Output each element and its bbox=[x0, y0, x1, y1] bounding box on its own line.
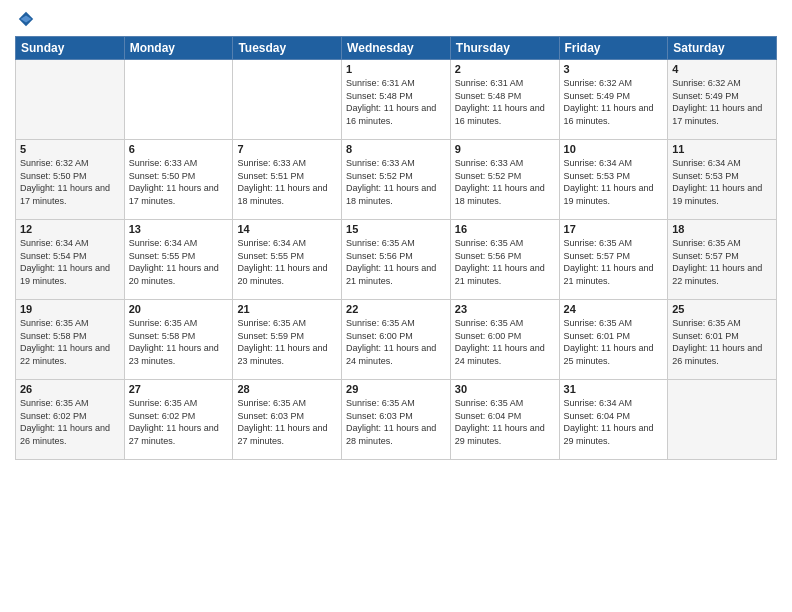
day-info: Sunrise: 6:32 AM Sunset: 5:50 PM Dayligh… bbox=[20, 157, 120, 207]
day-number: 8 bbox=[346, 143, 446, 155]
calendar-cell: 21Sunrise: 6:35 AM Sunset: 5:59 PM Dayli… bbox=[233, 300, 342, 380]
calendar-cell: 12Sunrise: 6:34 AM Sunset: 5:54 PM Dayli… bbox=[16, 220, 125, 300]
day-info: Sunrise: 6:35 AM Sunset: 5:59 PM Dayligh… bbox=[237, 317, 337, 367]
calendar-cell: 26Sunrise: 6:35 AM Sunset: 6:02 PM Dayli… bbox=[16, 380, 125, 460]
calendar-week-0: 1Sunrise: 6:31 AM Sunset: 5:48 PM Daylig… bbox=[16, 60, 777, 140]
day-info: Sunrise: 6:34 AM Sunset: 5:55 PM Dayligh… bbox=[237, 237, 337, 287]
day-info: Sunrise: 6:32 AM Sunset: 5:49 PM Dayligh… bbox=[672, 77, 772, 127]
day-info: Sunrise: 6:35 AM Sunset: 6:04 PM Dayligh… bbox=[455, 397, 555, 447]
day-info: Sunrise: 6:33 AM Sunset: 5:52 PM Dayligh… bbox=[346, 157, 446, 207]
calendar-cell: 24Sunrise: 6:35 AM Sunset: 6:01 PM Dayli… bbox=[559, 300, 668, 380]
calendar-cell: 13Sunrise: 6:34 AM Sunset: 5:55 PM Dayli… bbox=[124, 220, 233, 300]
calendar-cell: 16Sunrise: 6:35 AM Sunset: 5:56 PM Dayli… bbox=[450, 220, 559, 300]
calendar-header-thursday: Thursday bbox=[450, 37, 559, 60]
day-info: Sunrise: 6:33 AM Sunset: 5:51 PM Dayligh… bbox=[237, 157, 337, 207]
calendar-cell: 3Sunrise: 6:32 AM Sunset: 5:49 PM Daylig… bbox=[559, 60, 668, 140]
calendar-cell: 11Sunrise: 6:34 AM Sunset: 5:53 PM Dayli… bbox=[668, 140, 777, 220]
day-number: 5 bbox=[20, 143, 120, 155]
calendar-cell: 29Sunrise: 6:35 AM Sunset: 6:03 PM Dayli… bbox=[342, 380, 451, 460]
day-number: 7 bbox=[237, 143, 337, 155]
calendar-cell: 10Sunrise: 6:34 AM Sunset: 5:53 PM Dayli… bbox=[559, 140, 668, 220]
calendar-cell: 8Sunrise: 6:33 AM Sunset: 5:52 PM Daylig… bbox=[342, 140, 451, 220]
calendar-cell: 27Sunrise: 6:35 AM Sunset: 6:02 PM Dayli… bbox=[124, 380, 233, 460]
calendar-cell: 2Sunrise: 6:31 AM Sunset: 5:48 PM Daylig… bbox=[450, 60, 559, 140]
calendar-cell bbox=[668, 380, 777, 460]
calendar-week-1: 5Sunrise: 6:32 AM Sunset: 5:50 PM Daylig… bbox=[16, 140, 777, 220]
day-info: Sunrise: 6:35 AM Sunset: 6:00 PM Dayligh… bbox=[346, 317, 446, 367]
calendar-cell: 28Sunrise: 6:35 AM Sunset: 6:03 PM Dayli… bbox=[233, 380, 342, 460]
day-info: Sunrise: 6:35 AM Sunset: 6:01 PM Dayligh… bbox=[672, 317, 772, 367]
calendar-header-saturday: Saturday bbox=[668, 37, 777, 60]
day-number: 26 bbox=[20, 383, 120, 395]
calendar-week-4: 26Sunrise: 6:35 AM Sunset: 6:02 PM Dayli… bbox=[16, 380, 777, 460]
day-number: 22 bbox=[346, 303, 446, 315]
calendar-cell: 6Sunrise: 6:33 AM Sunset: 5:50 PM Daylig… bbox=[124, 140, 233, 220]
calendar-header-sunday: Sunday bbox=[16, 37, 125, 60]
calendar-header-row: SundayMondayTuesdayWednesdayThursdayFrid… bbox=[16, 37, 777, 60]
day-info: Sunrise: 6:35 AM Sunset: 5:56 PM Dayligh… bbox=[455, 237, 555, 287]
calendar-cell: 23Sunrise: 6:35 AM Sunset: 6:00 PM Dayli… bbox=[450, 300, 559, 380]
day-info: Sunrise: 6:35 AM Sunset: 6:02 PM Dayligh… bbox=[20, 397, 120, 447]
day-number: 10 bbox=[564, 143, 664, 155]
day-number: 11 bbox=[672, 143, 772, 155]
day-number: 31 bbox=[564, 383, 664, 395]
day-number: 20 bbox=[129, 303, 229, 315]
day-info: Sunrise: 6:32 AM Sunset: 5:49 PM Dayligh… bbox=[564, 77, 664, 127]
calendar-header-friday: Friday bbox=[559, 37, 668, 60]
calendar-cell bbox=[233, 60, 342, 140]
calendar-cell: 18Sunrise: 6:35 AM Sunset: 5:57 PM Dayli… bbox=[668, 220, 777, 300]
day-info: Sunrise: 6:34 AM Sunset: 5:53 PM Dayligh… bbox=[672, 157, 772, 207]
day-number: 24 bbox=[564, 303, 664, 315]
day-number: 21 bbox=[237, 303, 337, 315]
calendar-header-monday: Monday bbox=[124, 37, 233, 60]
calendar-cell: 20Sunrise: 6:35 AM Sunset: 5:58 PM Dayli… bbox=[124, 300, 233, 380]
day-number: 13 bbox=[129, 223, 229, 235]
day-number: 15 bbox=[346, 223, 446, 235]
day-number: 17 bbox=[564, 223, 664, 235]
calendar-cell: 31Sunrise: 6:34 AM Sunset: 6:04 PM Dayli… bbox=[559, 380, 668, 460]
calendar-cell bbox=[124, 60, 233, 140]
calendar-cell: 7Sunrise: 6:33 AM Sunset: 5:51 PM Daylig… bbox=[233, 140, 342, 220]
calendar-cell: 30Sunrise: 6:35 AM Sunset: 6:04 PM Dayli… bbox=[450, 380, 559, 460]
day-number: 30 bbox=[455, 383, 555, 395]
day-number: 25 bbox=[672, 303, 772, 315]
day-info: Sunrise: 6:35 AM Sunset: 5:58 PM Dayligh… bbox=[129, 317, 229, 367]
calendar-cell: 19Sunrise: 6:35 AM Sunset: 5:58 PM Dayli… bbox=[16, 300, 125, 380]
calendar-cell: 14Sunrise: 6:34 AM Sunset: 5:55 PM Dayli… bbox=[233, 220, 342, 300]
calendar-cell: 5Sunrise: 6:32 AM Sunset: 5:50 PM Daylig… bbox=[16, 140, 125, 220]
calendar-cell: 1Sunrise: 6:31 AM Sunset: 5:48 PM Daylig… bbox=[342, 60, 451, 140]
calendar-header-wednesday: Wednesday bbox=[342, 37, 451, 60]
day-number: 2 bbox=[455, 63, 555, 75]
day-info: Sunrise: 6:35 AM Sunset: 6:01 PM Dayligh… bbox=[564, 317, 664, 367]
day-info: Sunrise: 6:35 AM Sunset: 5:57 PM Dayligh… bbox=[564, 237, 664, 287]
day-number: 3 bbox=[564, 63, 664, 75]
day-number: 28 bbox=[237, 383, 337, 395]
day-info: Sunrise: 6:34 AM Sunset: 6:04 PM Dayligh… bbox=[564, 397, 664, 447]
day-number: 19 bbox=[20, 303, 120, 315]
calendar-cell: 9Sunrise: 6:33 AM Sunset: 5:52 PM Daylig… bbox=[450, 140, 559, 220]
day-info: Sunrise: 6:35 AM Sunset: 6:00 PM Dayligh… bbox=[455, 317, 555, 367]
day-info: Sunrise: 6:33 AM Sunset: 5:52 PM Dayligh… bbox=[455, 157, 555, 207]
day-number: 9 bbox=[455, 143, 555, 155]
day-info: Sunrise: 6:31 AM Sunset: 5:48 PM Dayligh… bbox=[346, 77, 446, 127]
day-number: 1 bbox=[346, 63, 446, 75]
day-info: Sunrise: 6:35 AM Sunset: 5:58 PM Dayligh… bbox=[20, 317, 120, 367]
day-info: Sunrise: 6:33 AM Sunset: 5:50 PM Dayligh… bbox=[129, 157, 229, 207]
day-number: 14 bbox=[237, 223, 337, 235]
page: SundayMondayTuesdayWednesdayThursdayFrid… bbox=[0, 0, 792, 612]
calendar-week-3: 19Sunrise: 6:35 AM Sunset: 5:58 PM Dayli… bbox=[16, 300, 777, 380]
day-info: Sunrise: 6:34 AM Sunset: 5:55 PM Dayligh… bbox=[129, 237, 229, 287]
calendar-week-2: 12Sunrise: 6:34 AM Sunset: 5:54 PM Dayli… bbox=[16, 220, 777, 300]
calendar-cell: 4Sunrise: 6:32 AM Sunset: 5:49 PM Daylig… bbox=[668, 60, 777, 140]
day-info: Sunrise: 6:34 AM Sunset: 5:54 PM Dayligh… bbox=[20, 237, 120, 287]
day-number: 4 bbox=[672, 63, 772, 75]
day-number: 16 bbox=[455, 223, 555, 235]
day-number: 27 bbox=[129, 383, 229, 395]
day-info: Sunrise: 6:35 AM Sunset: 6:03 PM Dayligh… bbox=[237, 397, 337, 447]
calendar-cell bbox=[16, 60, 125, 140]
logo-icon bbox=[17, 10, 35, 28]
day-number: 6 bbox=[129, 143, 229, 155]
calendar-cell: 15Sunrise: 6:35 AM Sunset: 5:56 PM Dayli… bbox=[342, 220, 451, 300]
day-info: Sunrise: 6:35 AM Sunset: 6:02 PM Dayligh… bbox=[129, 397, 229, 447]
day-info: Sunrise: 6:31 AM Sunset: 5:48 PM Dayligh… bbox=[455, 77, 555, 127]
